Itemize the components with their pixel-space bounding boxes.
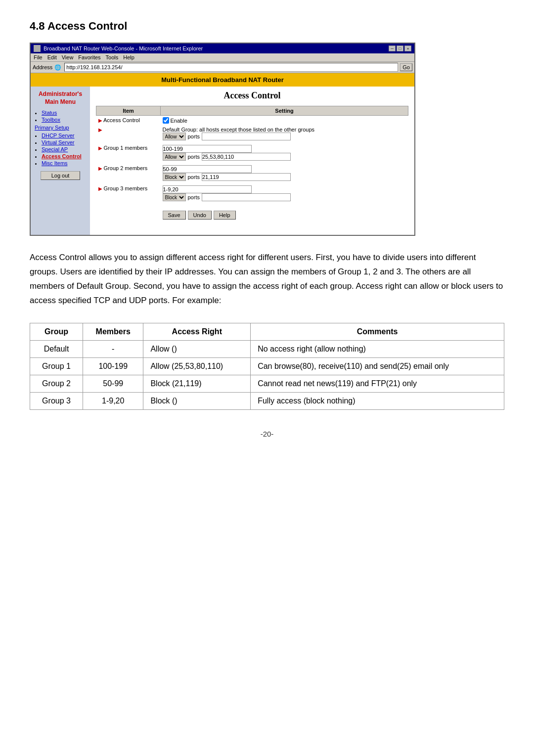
group1-members-input[interactable]: [163, 145, 252, 153]
undo-button[interactable]: Undo: [188, 211, 212, 220]
sidebar-item-dhcp[interactable]: DHCP Server: [42, 133, 86, 138]
sidebar-item-virtual[interactable]: Virtual Server: [42, 139, 86, 145]
menu-help[interactable]: Help: [123, 54, 134, 60]
sidebar-nav-3: DHCP Server Virtual Server Special AP Ac…: [35, 133, 86, 166]
group1-item: ▶ Group 1 members: [96, 143, 161, 164]
group1-ports-label: ports: [188, 154, 200, 160]
router-sidebar: Administrator's Main Menu Status Toolbox…: [31, 87, 90, 235]
table-row-buttons: Save Undo Help: [96, 204, 408, 221]
triangle-icon-4: ▶: [98, 166, 102, 171]
sidebar-item-misc[interactable]: Misc Items: [42, 160, 86, 166]
group2-label: Group 2 members: [104, 165, 148, 171]
default-action-select[interactable]: Allow Block: [163, 133, 186, 140]
group3-ports-input[interactable]: [202, 193, 291, 201]
sidebar-link-special[interactable]: Special AP: [42, 146, 68, 152]
sidebar-link-virtual[interactable]: Virtual Server: [42, 139, 74, 145]
group2-ports-input[interactable]: [202, 173, 291, 181]
col-header-comments: Comments: [251, 323, 504, 340]
titlebar-left: Broadband NAT Router Web-Console - Micro…: [34, 45, 203, 52]
group2-members-input[interactable]: [163, 165, 252, 173]
cell-comments: Fully access (block nothing): [251, 392, 504, 409]
group2-ports-label: ports: [188, 174, 200, 180]
access-control-setting: Enable: [161, 116, 408, 126]
group1-setting: Allow Block ports: [161, 143, 408, 164]
group1-action-select[interactable]: Allow Block: [163, 153, 186, 161]
table-row: Group 31-9,20Block ()Fully access (block…: [30, 392, 504, 409]
triangle-icon-3: ▶: [98, 145, 102, 151]
group3-action-select[interactable]: Allow Block: [163, 193, 186, 201]
default-ports-input[interactable]: [202, 133, 291, 140]
browser-titlebar: Broadband NAT Router Web-Console - Micro…: [31, 44, 414, 53]
browser-menubar: File Edit View Favorites Tools Help: [31, 53, 414, 62]
sidebar-item-toolbox[interactable]: Toolbox: [42, 117, 86, 123]
help-button[interactable]: Help: [214, 211, 236, 220]
menu-view[interactable]: View: [62, 54, 74, 60]
menu-edit[interactable]: Edit: [47, 54, 57, 60]
sidebar-title: Administrator's Main Menu: [35, 90, 86, 106]
sidebar-item-special[interactable]: Special AP: [42, 146, 86, 152]
minimize-button[interactable]: ─: [389, 45, 396, 51]
sidebar-link-access[interactable]: Access Control: [42, 153, 82, 159]
data-table-header-row: Group Members Access Right Comments: [30, 323, 504, 340]
data-table-wrapper: Group Members Access Right Comments Defa…: [30, 323, 504, 410]
table-row: Group 250-99Block (21,119)Cannot read ne…: [30, 375, 504, 392]
sidebar-link-status[interactable]: Status: [42, 110, 57, 116]
go-button[interactable]: Go: [400, 63, 412, 71]
sidebar-link-dhcp[interactable]: DHCP Server: [42, 133, 74, 138]
address-label: Address: [33, 64, 52, 70]
table-header-item: Item: [96, 106, 161, 116]
logout-area: Log out: [35, 171, 86, 180]
table-row: Group 1100-199Allow (25,53,80,110)Can br…: [30, 357, 504, 375]
address-input[interactable]: [64, 63, 398, 72]
menu-file[interactable]: File: [34, 54, 43, 60]
menu-favorites[interactable]: Favorites: [78, 54, 100, 60]
cell-access_right: Block (): [143, 392, 251, 409]
cell-comments: No access right (allow nothing): [251, 340, 504, 357]
default-ports-label: ports: [188, 133, 200, 139]
cell-group: Default: [30, 340, 83, 357]
sidebar-item-access[interactable]: Access Control: [42, 153, 86, 159]
group2-item: ▶ Group 2 members: [96, 164, 161, 184]
group2-setting: Allow Block ports: [161, 164, 408, 184]
enable-label: Enable: [171, 118, 187, 124]
page-number: -20-: [30, 430, 504, 438]
sidebar-item-status[interactable]: Status: [42, 110, 86, 116]
cell-comments: Cannot read net news(119) and FTP(21) on…: [251, 375, 504, 392]
default-group-setting: Default Group: all hosts except those li…: [161, 125, 408, 143]
address-icon: 🌐: [54, 64, 61, 71]
cell-group: Group 3: [30, 392, 83, 409]
sidebar-link-toolbox[interactable]: Toolbox: [42, 117, 60, 123]
browser-icon: [34, 45, 41, 52]
router-settings-table: Item Setting ▶ Access Control: [96, 106, 408, 221]
sidebar-link-primary[interactable]: Primary Setup: [35, 125, 69, 131]
router-body: Administrator's Main Menu Status Toolbox…: [31, 87, 414, 235]
router-page-title: Access Control: [96, 90, 408, 101]
router-main: Access Control Item Setting ▶ A: [90, 87, 414, 235]
triangle-icon: ▶: [98, 118, 102, 123]
table-row-group2: ▶ Group 2 members Allow Block: [96, 164, 408, 184]
sidebar-nav: Status Toolbox: [35, 110, 86, 123]
cell-group: Group 2: [30, 375, 83, 392]
group2-action-select[interactable]: Allow Block: [163, 173, 186, 181]
save-button[interactable]: Save: [163, 211, 186, 220]
table-row-group3: ▶ Group 3 members Allow Block: [96, 184, 408, 204]
buttons-item: [96, 204, 161, 221]
group3-label: Group 3 members: [104, 185, 148, 191]
cell-access_right: Allow (25,53,80,110): [143, 357, 251, 375]
enable-checkbox[interactable]: [163, 117, 169, 124]
menu-tools[interactable]: Tools: [106, 54, 119, 60]
cell-group: Group 1: [30, 357, 83, 375]
maximize-button[interactable]: □: [397, 45, 403, 51]
section-title: 4.8 Access Control: [30, 20, 504, 33]
table-row-default-group: ▶ Default Group: all hosts except those …: [96, 125, 408, 143]
group1-label: Group 1 members: [104, 145, 148, 151]
group3-members-input[interactable]: [163, 185, 252, 193]
sidebar-item-primary[interactable]: Primary Setup: [35, 125, 86, 131]
close-button[interactable]: ×: [404, 45, 411, 51]
sidebar-link-misc[interactable]: Misc Items: [42, 160, 68, 166]
titlebar-controls[interactable]: ─ □ ×: [389, 45, 411, 51]
triangle-icon-2: ▶: [98, 127, 102, 133]
group1-ports-input[interactable]: [202, 153, 291, 161]
logout-button[interactable]: Log out: [41, 171, 80, 180]
col-header-access-right: Access Right: [143, 323, 251, 340]
